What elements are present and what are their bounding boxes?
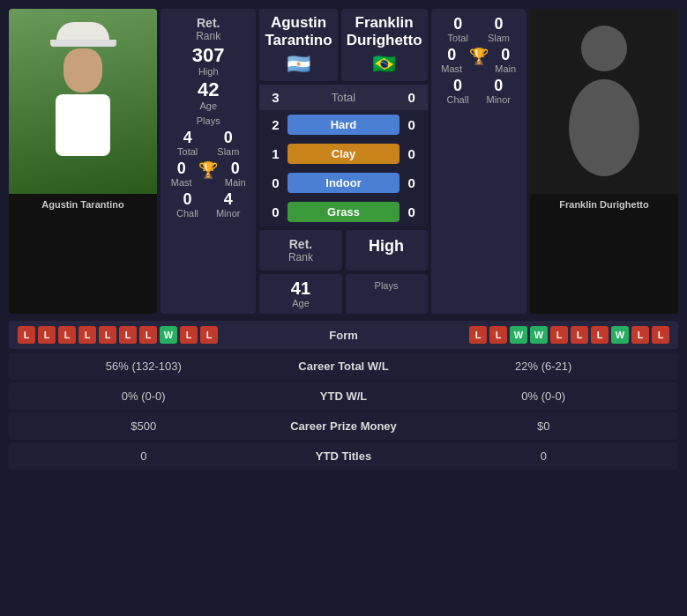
left-player-photo-card: Agustin Tarantino bbox=[9, 9, 157, 314]
form-badge-left: L bbox=[200, 326, 218, 344]
ret-row: Ret. Rank High bbox=[259, 230, 427, 271]
left-total-cell: 4 Total bbox=[177, 130, 198, 157]
player-hat bbox=[56, 22, 109, 40]
left-ret-label: Ret. bbox=[197, 16, 220, 30]
hard-badge: Hard bbox=[287, 115, 399, 135]
form-badge-right: L bbox=[489, 326, 507, 344]
form-badge-left: L bbox=[99, 326, 116, 344]
right-chall-minor: 0 Chall 0 Minor bbox=[438, 78, 519, 105]
right-mast-cell: 0 Mast bbox=[441, 47, 462, 74]
right-chall-cell: 0 Chall bbox=[447, 78, 469, 105]
left-age-pair: 42 Age bbox=[168, 80, 249, 111]
career-stats-container: 56% (132-103) Career Total W/L 22% (6-21… bbox=[9, 353, 678, 470]
player-hat-brim bbox=[50, 40, 116, 47]
stats-row: 0% (0-0) YTD W/L 0% (0-0) bbox=[9, 382, 678, 410]
right-chall-value: 0 bbox=[453, 78, 462, 93]
total-row: 3 Total 0 bbox=[259, 85, 427, 110]
total-score-left: 3 bbox=[268, 90, 282, 105]
hard-score-right: 0 bbox=[405, 117, 419, 132]
right-stats-inner: 0 Total 0 Slam 0 Mast 🏆 bbox=[438, 16, 519, 105]
left-stats-card: Ret. Rank 307 High 42 Age bbox=[161, 9, 256, 314]
left-high-value: 307 bbox=[192, 46, 225, 65]
left-main-value: 0 bbox=[231, 160, 240, 176]
stats-right-3: 0 bbox=[423, 449, 665, 463]
indoor-score-left: 0 bbox=[268, 175, 282, 190]
left-minor-label: Minor bbox=[216, 208, 241, 219]
left-total-value: 4 bbox=[183, 130, 192, 145]
form-badges-left: LLLLLLLWLL bbox=[18, 326, 296, 344]
left-ret-rank: Ret. Rank bbox=[168, 16, 249, 42]
right-total-value: 0 bbox=[453, 16, 462, 32]
form-badge-right: L bbox=[469, 326, 487, 344]
stats-right-0: 22% (6-21) bbox=[423, 360, 665, 373]
left-trophy-icon-cell: 🏆 bbox=[198, 160, 218, 188]
player-body bbox=[56, 94, 110, 156]
players-area: Agustin Tarantino Ret. Rank 307 High bbox=[9, 9, 678, 314]
stats-label-1: YTD W/L bbox=[265, 390, 423, 403]
clay-badge: Clay bbox=[287, 144, 399, 164]
score-row-clay: 1 Clay 0 bbox=[259, 139, 427, 168]
total-label: Total bbox=[287, 91, 399, 104]
form-badge-right: W bbox=[510, 326, 527, 344]
right-chall-label: Chall bbox=[447, 94, 469, 105]
right-age-block: 41 Age bbox=[259, 274, 341, 314]
left-slam-value: 0 bbox=[224, 130, 233, 145]
right-plays-block: Plays bbox=[346, 274, 428, 314]
stats-right-1: 0% (0-0) bbox=[423, 390, 665, 403]
left-flag: 🇦🇷 bbox=[287, 53, 310, 76]
form-badge-left: W bbox=[160, 326, 177, 344]
left-chall-label: Chall bbox=[176, 208, 198, 219]
left-plays-label: Plays bbox=[197, 115, 220, 126]
stats-left-2: $500 bbox=[23, 419, 265, 433]
right-player-photo-card: Franklin Durighetto bbox=[530, 9, 678, 314]
form-badge-right: L bbox=[591, 326, 609, 344]
right-age-plays-row: 41 Age Plays bbox=[259, 274, 427, 314]
left-player-name-line1: Agustin bbox=[271, 14, 326, 32]
form-badge-right: W bbox=[530, 326, 548, 344]
left-chall-value: 0 bbox=[183, 191, 191, 207]
right-mast-main: 0 Mast 🏆 0 Main bbox=[438, 47, 519, 74]
left-mast-label: Mast bbox=[171, 177, 192, 188]
left-high-label: High bbox=[198, 66, 219, 77]
main-container: Agustin Tarantino Ret. Rank 307 High bbox=[0, 0, 687, 481]
clay-score-right: 0 bbox=[405, 146, 419, 161]
form-badges-right: LLWWLLLWLL bbox=[392, 326, 670, 344]
left-slam-cell: 0 Slam bbox=[217, 130, 239, 157]
right-trophy-icon: 🏆 bbox=[469, 47, 489, 66]
right-player-name-below: Franklin Durighetto bbox=[556, 194, 652, 215]
right-player-image bbox=[530, 9, 678, 194]
right-total-cell: 0 Total bbox=[448, 16, 468, 43]
grass-score-right: 0 bbox=[405, 204, 419, 219]
clay-score-left: 1 bbox=[268, 146, 282, 161]
form-badge-right: L bbox=[652, 326, 669, 344]
middle-wrapper: Agustin Tarantino 🇦🇷 Franklin Durighetto… bbox=[259, 9, 427, 314]
right-total-slam: 0 Total 0 Slam bbox=[438, 16, 519, 43]
stats-right-2: $0 bbox=[423, 419, 665, 433]
left-age-value: 42 bbox=[198, 80, 219, 100]
left-minor-cell: 4 Minor bbox=[216, 191, 241, 219]
right-minor-cell: 0 Minor bbox=[487, 78, 512, 105]
form-row: LLLLLLLWLL Form LLWWLLLWLL bbox=[9, 321, 678, 349]
indoor-badge: Indoor bbox=[287, 173, 399, 193]
hard-score-left: 2 bbox=[268, 117, 282, 132]
right-main-cell: 0 Main bbox=[495, 47, 516, 74]
form-badge-left: L bbox=[180, 326, 198, 344]
left-total-label: Total bbox=[177, 146, 198, 157]
form-badge-right: L bbox=[631, 326, 649, 344]
left-high-pair: 307 High bbox=[168, 46, 249, 77]
scores-middle: 3 Total 0 2 Hard 0 1 Clay 0 0 Indoor bbox=[259, 85, 427, 226]
score-row-hard: 2 Hard 0 bbox=[259, 110, 427, 139]
right-trophy-icon-cell: 🏆 bbox=[469, 47, 489, 74]
names-row: Agustin Tarantino 🇦🇷 Franklin Durighetto… bbox=[259, 9, 427, 81]
right-slam-cell: 0 Slam bbox=[488, 16, 510, 43]
left-age-label: Age bbox=[199, 100, 217, 111]
stats-left-1: 0% (0-0) bbox=[23, 390, 265, 403]
grass-badge: Grass bbox=[287, 202, 399, 222]
left-rank-label: Rank bbox=[196, 30, 220, 42]
form-badge-left: L bbox=[78, 326, 96, 344]
left-mast-main: 0 Mast 🏆 0 Main bbox=[168, 160, 249, 188]
left-ret-cell: Ret. Rank bbox=[196, 16, 220, 42]
player-face bbox=[63, 48, 102, 93]
stats-label-2: Career Prize Money bbox=[265, 419, 423, 433]
right-mast-label: Mast bbox=[441, 63, 462, 74]
